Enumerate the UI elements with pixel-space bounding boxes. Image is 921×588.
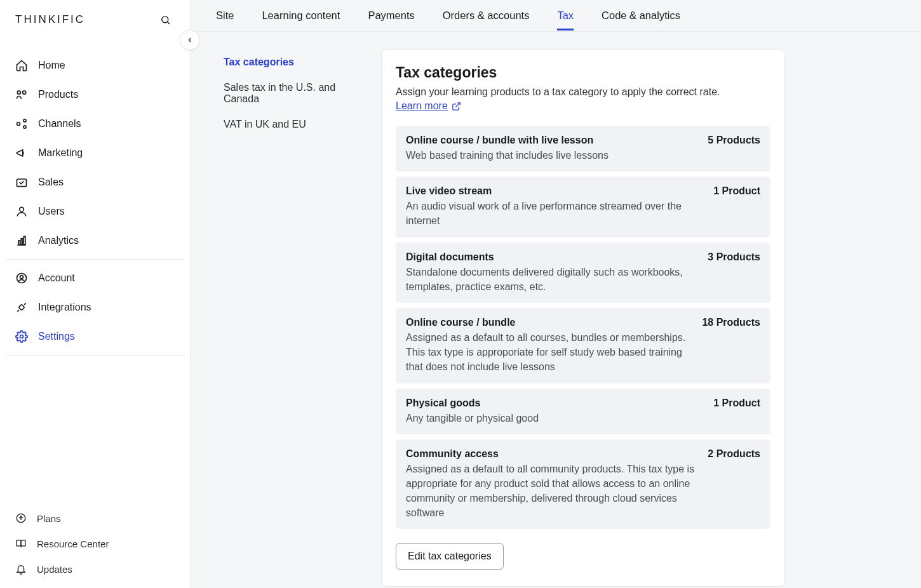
sidebar-item-products[interactable]: Products: [0, 80, 190, 109]
edit-tax-categories-button[interactable]: Edit tax categories: [396, 543, 504, 570]
sidebar-item-label: Updates: [37, 564, 72, 575]
category-item[interactable]: Live video stream An audio visual work o…: [396, 177, 770, 237]
sidebar-item-label: Marketing: [38, 147, 83, 159]
learn-more-link[interactable]: Learn more: [396, 100, 461, 112]
category-count: 3 Products: [708, 251, 760, 294]
home-icon: [15, 59, 28, 72]
category-description: Assigned as a default to all community p…: [406, 462, 696, 521]
svg-line-1: [168, 22, 170, 23]
sidebar-collapse-button[interactable]: [180, 30, 200, 50]
svg-point-6: [24, 126, 26, 128]
external-link-icon: [452, 102, 461, 111]
sidebar-item-label: Plans: [37, 513, 61, 524]
sidebar-item-analytics[interactable]: Analytics: [0, 226, 190, 255]
tab-orders-accounts[interactable]: Orders & accounts: [443, 1, 530, 30]
brand-logo: THINKIFIC: [15, 13, 85, 26]
svg-rect-12: [24, 236, 25, 244]
svg-point-5: [24, 119, 26, 122]
sidebar-item-label: Sales: [38, 177, 64, 188]
settings-tabs: Site Learning content Payments Orders & …: [191, 0, 921, 32]
sales-icon: [15, 176, 28, 189]
category-count: 1 Product: [713, 185, 760, 228]
category-info: Live video stream An audio visual work o…: [406, 185, 702, 228]
category-count: 18 Products: [702, 317, 760, 375]
learn-more-label: Learn more: [396, 100, 448, 112]
channels-icon: [15, 117, 28, 130]
category-description: Standalone documents delivered digitally…: [406, 265, 696, 294]
sidebar-item-marketing[interactable]: Marketing: [0, 138, 190, 168]
sidebar-item-label: Resource Center: [37, 538, 109, 549]
subnav-vat-uk-eu[interactable]: VAT in UK and EU: [216, 112, 361, 137]
tab-payments[interactable]: Payments: [368, 1, 414, 30]
category-description: Assigned as a default to all courses, bu…: [406, 330, 690, 375]
svg-rect-11: [21, 239, 23, 245]
sidebar-item-home[interactable]: Home: [0, 51, 190, 80]
sidebar-item-label: Users: [38, 206, 65, 217]
user-icon: [15, 205, 28, 218]
sidebar-item-channels[interactable]: Channels: [0, 109, 190, 138]
sidebar-item-account[interactable]: Account: [0, 264, 190, 293]
svg-rect-10: [18, 241, 20, 245]
category-item[interactable]: Online course / bundle with live lesson …: [396, 126, 770, 171]
search-icon: [160, 15, 171, 25]
svg-point-0: [162, 16, 168, 22]
primary-nav: Home Products Channels Marketing Sales U…: [0, 39, 190, 371]
gear-icon: [15, 330, 28, 343]
tab-tax[interactable]: Tax: [557, 1, 574, 30]
upgrade-icon: [15, 512, 27, 524]
category-name: Physical goods: [406, 398, 702, 409]
tab-site[interactable]: Site: [216, 1, 234, 30]
book-icon: [15, 538, 27, 549]
analytics-icon: [15, 234, 28, 247]
subnav-sales-tax-us-ca[interactable]: Sales tax in the U.S. and Canada: [216, 75, 361, 112]
search-button[interactable]: [156, 11, 175, 29]
tax-categories-card: Tax categories Assign your learning prod…: [381, 50, 785, 587]
svg-point-3: [23, 91, 26, 94]
category-item[interactable]: Community access Assigned as a default t…: [396, 439, 770, 530]
svg-point-16: [20, 335, 24, 338]
category-name: Online course / bundle with live lesson: [406, 135, 696, 146]
category-count: 2 Products: [708, 448, 760, 521]
subnav-tax-categories[interactable]: Tax categories: [216, 50, 361, 75]
nav-divider: [6, 259, 184, 260]
category-info: Online course / bundle with live lesson …: [406, 135, 696, 163]
category-name: Live video stream: [406, 185, 702, 197]
sidebar-item-sales[interactable]: Sales: [0, 168, 190, 197]
tab-code-analytics[interactable]: Code & analytics: [602, 1, 680, 30]
sidebar-item-label: Analytics: [38, 235, 79, 246]
category-info: Digital documents Standalone documents d…: [406, 251, 696, 294]
category-name: Online course / bundle: [406, 317, 690, 328]
bell-icon: [15, 563, 27, 575]
tax-subnav: Tax categories Sales tax in the U.S. and…: [216, 50, 361, 587]
sidebar-item-users[interactable]: Users: [0, 197, 190, 226]
category-item[interactable]: Online course / bundle Assigned as a def…: [396, 308, 770, 384]
sidebar-item-label: Products: [38, 89, 78, 100]
category-description: An audio visual work of a live performan…: [406, 199, 702, 228]
category-list: Online course / bundle with live lesson …: [396, 126, 770, 529]
tab-learning-content[interactable]: Learning content: [262, 1, 340, 30]
chevron-left-icon: [186, 36, 194, 44]
sidebar: THINKIFIC Home Products Channels Marketi…: [0, 0, 191, 588]
sidebar-item-integrations[interactable]: Integrations: [0, 293, 190, 322]
sidebar-item-resource-center[interactable]: Resource Center: [0, 531, 190, 556]
category-info: Online course / bundle Assigned as a def…: [406, 317, 690, 375]
sidebar-item-updates[interactable]: Updates: [0, 556, 190, 582]
sidebar-bottom-nav: Plans Resource Center Updates: [0, 498, 190, 588]
sidebar-item-label: Integrations: [38, 302, 91, 313]
nav-divider: [6, 355, 184, 356]
category-item[interactable]: Physical goods Any tangible or physical …: [396, 389, 770, 434]
main-area: Site Learning content Payments Orders & …: [191, 0, 921, 588]
category-info: Physical goods Any tangible or physical …: [406, 398, 702, 425]
svg-point-4: [17, 123, 20, 126]
sidebar-item-label: Settings: [38, 331, 75, 342]
sidebar-item-plans[interactable]: Plans: [0, 505, 190, 531]
sidebar-item-label: Account: [38, 272, 75, 284]
category-count: 1 Product: [713, 398, 760, 425]
account-icon: [15, 272, 28, 284]
category-item[interactable]: Digital documents Standalone documents d…: [396, 243, 770, 303]
category-name: Community access: [406, 448, 696, 460]
megaphone-icon: [15, 147, 28, 159]
category-name: Digital documents: [406, 251, 696, 263]
sidebar-item-settings[interactable]: Settings: [0, 322, 190, 351]
svg-point-14: [20, 276, 24, 279]
